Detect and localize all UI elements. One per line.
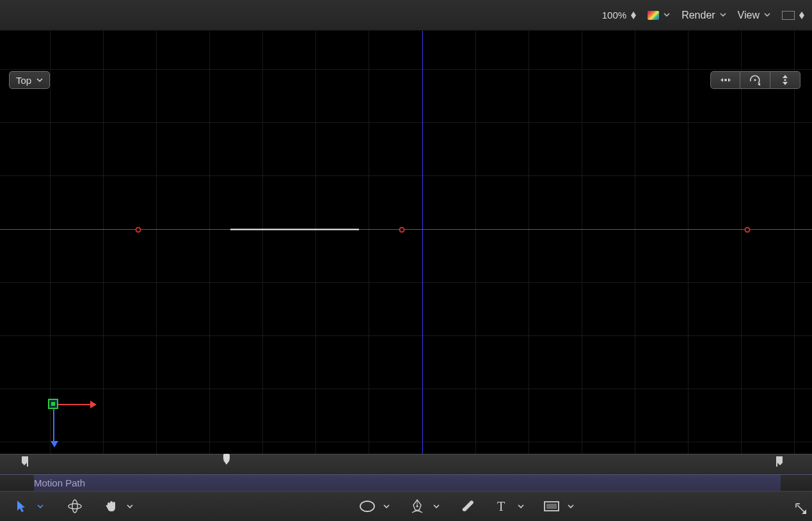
grid-line — [315, 31, 316, 454]
track-tail-gap — [781, 475, 812, 491]
3d-transform-tool[interactable] — [67, 497, 83, 516]
view-menu[interactable]: View — [738, 10, 770, 21]
svg-marker-18 — [17, 501, 25, 512]
bottom-toolbar: T — [0, 491, 812, 521]
mask-tool[interactable] — [543, 497, 560, 516]
stepper-icon — [799, 12, 804, 19]
chevron-down-icon — [568, 504, 574, 509]
text-icon: T — [496, 500, 507, 513]
grid-line — [0, 335, 812, 336]
pan-tool-options[interactable] — [122, 497, 138, 516]
text-tool-options[interactable] — [513, 497, 529, 516]
orbit-icon — [749, 74, 761, 86]
grid-line — [369, 31, 369, 454]
select-tool[interactable] — [13, 497, 29, 516]
svg-point-21 — [360, 501, 374, 511]
keyframe-point[interactable] — [745, 227, 751, 233]
keyframe-point[interactable] — [136, 227, 141, 233]
svg-marker-17 — [777, 456, 783, 465]
svg-rect-26 — [546, 504, 557, 509]
chevron-down-icon — [720, 13, 726, 17]
ellipse-icon — [359, 500, 376, 513]
render-label: Render — [681, 10, 715, 21]
svg-point-19 — [68, 504, 81, 509]
selected-object[interactable] — [230, 229, 359, 230]
pen-tool-options[interactable] — [428, 497, 445, 516]
color-swatch-icon — [648, 11, 659, 20]
pen-icon — [410, 499, 424, 514]
gizmo-x-axis — [53, 404, 90, 405]
render-menu[interactable]: Render — [681, 10, 726, 21]
svg-marker-12 — [22, 456, 27, 465]
zoom-value: 100% — [602, 10, 626, 20]
grid-line — [794, 31, 795, 454]
layout-menu[interactable] — [782, 11, 804, 20]
in-point-marker[interactable] — [22, 456, 29, 469]
chevron-down-icon — [36, 78, 43, 83]
resize-handle[interactable] — [794, 502, 808, 518]
stepper-icon — [631, 12, 636, 19]
grid-line — [741, 31, 742, 454]
camera-view-label: Top — [16, 75, 31, 86]
chevron-down-icon — [127, 504, 133, 509]
grid-line — [688, 31, 689, 454]
svg-marker-4 — [720, 78, 723, 82]
text-tool[interactable]: T — [493, 497, 510, 516]
svg-marker-9 — [783, 75, 788, 78]
select-tool-options[interactable] — [32, 497, 49, 516]
gizmo-origin-dot — [51, 402, 55, 406]
svg-point-20 — [72, 500, 77, 513]
pan-icon — [719, 74, 733, 86]
grid-line — [103, 31, 104, 454]
orbit-button[interactable] — [740, 71, 770, 89]
grid-line — [0, 175, 812, 176]
brush-tool[interactable] — [459, 497, 475, 516]
svg-text:T: T — [497, 500, 505, 513]
mask-tool-options[interactable] — [562, 497, 579, 516]
out-point-marker[interactable] — [776, 456, 784, 469]
shape-tool[interactable] — [359, 497, 376, 516]
svg-marker-5 — [728, 78, 731, 82]
camera-view-select[interactable]: Top — [9, 71, 50, 89]
svg-marker-3 — [799, 15, 804, 19]
dolly-icon — [781, 74, 790, 86]
pan-button[interactable] — [710, 71, 740, 89]
svg-rect-13 — [27, 456, 28, 467]
gizmo-z-axis — [53, 404, 54, 441]
grid-line — [0, 282, 812, 283]
grid-line — [262, 31, 263, 454]
grid-line — [156, 31, 157, 454]
svg-marker-15 — [223, 460, 230, 465]
canvas-viewport[interactable]: Top — [0, 31, 812, 454]
playhead[interactable] — [222, 453, 231, 469]
rect-icon — [543, 501, 560, 512]
svg-rect-14 — [223, 454, 230, 460]
shape-tool-options[interactable] — [378, 497, 395, 516]
chevron-down-icon — [664, 13, 670, 17]
x-axis-line — [0, 229, 812, 230]
viewport-nav-buttons — [710, 71, 800, 89]
mini-timeline[interactable] — [0, 454, 812, 474]
svg-marker-1 — [631, 15, 636, 19]
gizmo-x-arrow-icon — [90, 401, 97, 408]
view-label: View — [738, 10, 760, 21]
grid-line — [50, 31, 51, 454]
color-channel-menu[interactable] — [648, 11, 670, 20]
hand-icon — [104, 499, 118, 513]
svg-rect-16 — [776, 456, 777, 467]
pan-tool[interactable] — [102, 497, 119, 516]
chevron-down-icon — [37, 504, 44, 509]
pen-tool[interactable] — [409, 497, 426, 516]
chevron-down-icon — [518, 504, 524, 509]
arrow-icon — [15, 499, 27, 513]
zoom-control[interactable]: 100% — [602, 10, 636, 20]
dolly-button[interactable] — [770, 71, 800, 89]
track-bar[interactable]: Motion Path — [0, 474, 812, 491]
svg-line-27 — [797, 505, 805, 513]
chevron-down-icon — [433, 504, 440, 509]
track-header-gap — [0, 475, 34, 491]
svg-point-7 — [754, 79, 756, 81]
keyframe-point[interactable] — [399, 227, 405, 233]
svg-marker-10 — [783, 82, 788, 85]
svg-point-11 — [784, 79, 786, 81]
